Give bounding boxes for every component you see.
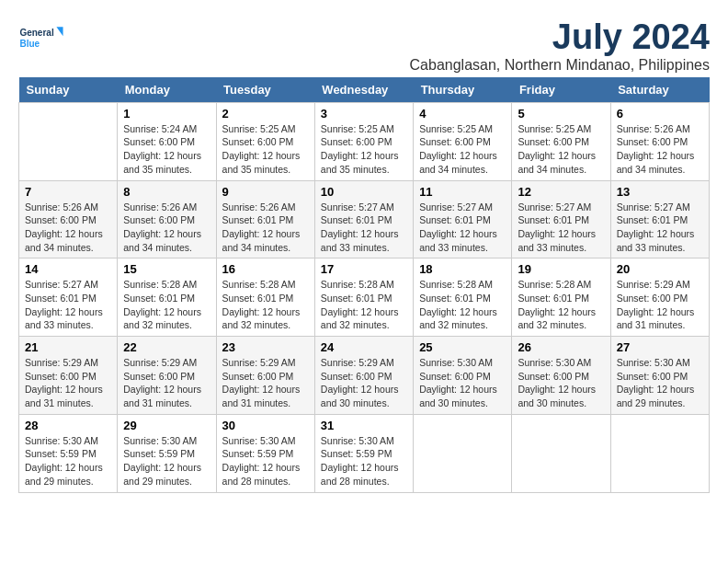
day-number: 3: [321, 107, 407, 121]
day-cell: 28Sunrise: 5:30 AMSunset: 5:59 PMDayligh…: [19, 414, 118, 492]
day-cell: [610, 414, 709, 492]
title-section: July 2024 Cabanglasan, Northern Mindanao…: [410, 18, 710, 74]
day-cell: 23Sunrise: 5:29 AMSunset: 6:00 PMDayligh…: [216, 337, 314, 415]
day-info: Sunrise: 5:30 AMSunset: 6:00 PMDaylight:…: [419, 356, 506, 410]
day-number: 10: [321, 185, 407, 199]
day-cell: 27Sunrise: 5:30 AMSunset: 6:00 PMDayligh…: [610, 337, 709, 415]
day-info: Sunrise: 5:28 AMSunset: 6:01 PMDaylight:…: [321, 278, 407, 332]
day-number: 26: [518, 340, 604, 354]
col-header-saturday: Saturday: [610, 77, 709, 103]
day-cell: 15Sunrise: 5:28 AMSunset: 6:01 PMDayligh…: [118, 259, 216, 337]
day-cell: 30Sunrise: 5:30 AMSunset: 5:59 PMDayligh…: [216, 414, 314, 492]
day-info: Sunrise: 5:27 AMSunset: 6:01 PMDaylight:…: [25, 278, 111, 332]
day-info: Sunrise: 5:30 AMSunset: 6:00 PMDaylight:…: [617, 356, 703, 410]
day-info: Sunrise: 5:28 AMSunset: 6:01 PMDaylight:…: [222, 278, 309, 332]
day-number: 31: [321, 419, 407, 432]
page-header: General Blue July 2024 Cabanglasan, Nort…: [18, 18, 710, 74]
logo-svg: General Blue: [18, 18, 64, 60]
day-info: Sunrise: 5:28 AMSunset: 6:01 PMDaylight:…: [123, 278, 210, 332]
day-number: 11: [419, 185, 506, 199]
day-number: 15: [123, 262, 210, 276]
day-number: 16: [222, 262, 309, 276]
day-cell: 1Sunrise: 5:24 AMSunset: 6:00 PMDaylight…: [118, 102, 216, 180]
day-cell: 31Sunrise: 5:30 AMSunset: 5:59 PMDayligh…: [314, 414, 413, 492]
calendar-table: SundayMondayTuesdayWednesdayThursdayFrid…: [18, 77, 710, 493]
day-number: 7: [25, 185, 111, 199]
day-number: 23: [222, 340, 309, 354]
day-info: Sunrise: 5:29 AMSunset: 6:00 PMDaylight:…: [25, 356, 111, 410]
week-row-4: 21Sunrise: 5:29 AMSunset: 6:00 PMDayligh…: [19, 337, 710, 415]
day-info: Sunrise: 5:24 AMSunset: 6:00 PMDaylight:…: [123, 122, 210, 177]
day-info: Sunrise: 5:28 AMSunset: 6:01 PMDaylight:…: [419, 278, 506, 332]
day-cell: 10Sunrise: 5:27 AMSunset: 6:01 PMDayligh…: [314, 180, 413, 259]
svg-text:Blue: Blue: [19, 39, 40, 49]
day-cell: 17Sunrise: 5:28 AMSunset: 6:01 PMDayligh…: [314, 259, 413, 337]
day-cell: 5Sunrise: 5:25 AMSunset: 6:00 PMDaylight…: [512, 102, 610, 180]
day-number: 22: [123, 340, 210, 354]
day-info: Sunrise: 5:25 AMSunset: 6:00 PMDaylight:…: [419, 122, 506, 177]
day-cell: 4Sunrise: 5:25 AMSunset: 6:00 PMDaylight…: [414, 102, 512, 180]
day-cell: 18Sunrise: 5:28 AMSunset: 6:01 PMDayligh…: [414, 259, 512, 337]
logo: General Blue: [18, 18, 64, 60]
day-number: 25: [419, 340, 506, 354]
day-number: 9: [222, 185, 309, 199]
day-info: Sunrise: 5:26 AMSunset: 6:00 PMDaylight:…: [25, 201, 111, 255]
day-number: 20: [617, 262, 703, 276]
day-info: Sunrise: 5:29 AMSunset: 6:00 PMDaylight:…: [321, 356, 407, 410]
week-row-5: 28Sunrise: 5:30 AMSunset: 5:59 PMDayligh…: [19, 414, 710, 492]
day-number: 5: [518, 107, 604, 121]
day-info: Sunrise: 5:29 AMSunset: 6:00 PMDaylight:…: [222, 356, 309, 410]
day-cell: [19, 102, 118, 180]
day-number: 4: [419, 107, 506, 121]
day-number: 28: [25, 419, 111, 432]
day-cell: 22Sunrise: 5:29 AMSunset: 6:00 PMDayligh…: [118, 337, 216, 415]
day-info: Sunrise: 5:27 AMSunset: 6:01 PMDaylight:…: [419, 201, 506, 255]
day-cell: 7Sunrise: 5:26 AMSunset: 6:00 PMDaylight…: [19, 180, 118, 259]
day-info: Sunrise: 5:30 AMSunset: 5:59 PMDaylight:…: [222, 434, 309, 488]
day-cell: 2Sunrise: 5:25 AMSunset: 6:00 PMDaylight…: [216, 102, 314, 180]
day-info: Sunrise: 5:25 AMSunset: 6:00 PMDaylight:…: [321, 122, 407, 177]
day-cell: 29Sunrise: 5:30 AMSunset: 5:59 PMDayligh…: [118, 414, 216, 492]
day-number: 18: [419, 262, 506, 276]
day-cell: 8Sunrise: 5:26 AMSunset: 6:00 PMDaylight…: [118, 180, 216, 259]
day-cell: 9Sunrise: 5:26 AMSunset: 6:01 PMDaylight…: [216, 180, 314, 259]
day-info: Sunrise: 5:26 AMSunset: 6:00 PMDaylight:…: [617, 122, 703, 177]
day-info: Sunrise: 5:27 AMSunset: 6:01 PMDaylight:…: [617, 201, 703, 255]
day-cell: [414, 414, 512, 492]
col-header-thursday: Thursday: [414, 77, 512, 103]
day-info: Sunrise: 5:27 AMSunset: 6:01 PMDaylight:…: [518, 201, 604, 255]
day-info: Sunrise: 5:30 AMSunset: 5:59 PMDaylight:…: [25, 434, 111, 488]
day-cell: 20Sunrise: 5:29 AMSunset: 6:00 PMDayligh…: [610, 259, 709, 337]
day-info: Sunrise: 5:30 AMSunset: 5:59 PMDaylight:…: [123, 434, 210, 488]
day-cell: 19Sunrise: 5:28 AMSunset: 6:01 PMDayligh…: [512, 259, 610, 337]
day-info: Sunrise: 5:25 AMSunset: 6:00 PMDaylight:…: [518, 122, 604, 177]
day-cell: 16Sunrise: 5:28 AMSunset: 6:01 PMDayligh…: [216, 259, 314, 337]
day-number: 19: [518, 262, 604, 276]
day-number: 24: [321, 340, 407, 354]
week-row-2: 7Sunrise: 5:26 AMSunset: 6:00 PMDaylight…: [19, 180, 710, 259]
col-header-tuesday: Tuesday: [216, 77, 314, 103]
day-cell: [512, 414, 610, 492]
week-row-1: 1Sunrise: 5:24 AMSunset: 6:00 PMDaylight…: [19, 102, 710, 180]
day-cell: 26Sunrise: 5:30 AMSunset: 6:00 PMDayligh…: [512, 337, 610, 415]
day-cell: 25Sunrise: 5:30 AMSunset: 6:00 PMDayligh…: [414, 337, 512, 415]
day-info: Sunrise: 5:29 AMSunset: 6:00 PMDaylight:…: [123, 356, 210, 410]
day-number: 8: [123, 185, 210, 199]
day-info: Sunrise: 5:27 AMSunset: 6:01 PMDaylight:…: [321, 201, 407, 255]
day-info: Sunrise: 5:26 AMSunset: 6:00 PMDaylight:…: [123, 201, 210, 255]
col-header-wednesday: Wednesday: [314, 77, 413, 103]
location-title: Cabanglasan, Northern Mindanao, Philippi…: [410, 57, 710, 74]
day-number: 2: [222, 107, 309, 121]
day-number: 13: [617, 185, 703, 199]
day-number: 14: [25, 262, 111, 276]
svg-marker-2: [56, 27, 63, 36]
header-row: SundayMondayTuesdayWednesdayThursdayFrid…: [19, 77, 710, 103]
day-info: Sunrise: 5:28 AMSunset: 6:01 PMDaylight:…: [518, 278, 604, 332]
day-cell: 13Sunrise: 5:27 AMSunset: 6:01 PMDayligh…: [610, 180, 709, 259]
day-info: Sunrise: 5:30 AMSunset: 6:00 PMDaylight:…: [518, 356, 604, 410]
day-cell: 12Sunrise: 5:27 AMSunset: 6:01 PMDayligh…: [512, 180, 610, 259]
col-header-monday: Monday: [118, 77, 216, 103]
day-info: Sunrise: 5:30 AMSunset: 5:59 PMDaylight:…: [321, 434, 407, 488]
day-number: 29: [123, 419, 210, 432]
day-info: Sunrise: 5:29 AMSunset: 6:00 PMDaylight:…: [617, 278, 703, 332]
